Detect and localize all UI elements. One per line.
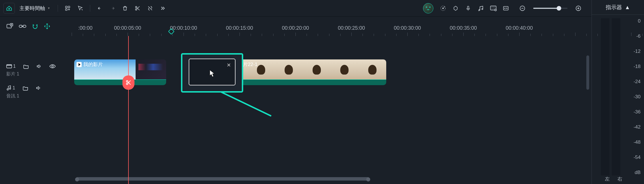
magnet-icon[interactable] (32, 23, 38, 29)
visibility-icon[interactable] (49, 64, 56, 69)
ruler-timecode: 00:00:35:00 (450, 25, 477, 31)
meter-scale-value: -6 (628, 33, 641, 39)
add-track-icon[interactable] (6, 23, 13, 29)
meters-panel: 指示器 ▲ 左 右 0-6-12-18-24-30-36-42-48-54dB (591, 0, 644, 184)
folder-icon[interactable] (23, 64, 29, 69)
more-icon[interactable] (157, 3, 168, 14)
unlink-icon[interactable] (144, 3, 156, 14)
close-icon[interactable]: ✕ (227, 62, 231, 68)
ruler-timecode: 00:00:10:00 (170, 25, 197, 31)
zoom-slider[interactable] (533, 8, 567, 9)
svg-point-5 (135, 9, 137, 10)
ruler-timecode: 00:00:25:00 (338, 25, 365, 31)
svg-point-0 (9, 8, 10, 9)
delete-icon[interactable] (119, 3, 131, 14)
meter-scale-value: -24 (628, 79, 641, 85)
svg-point-4 (135, 6, 137, 8)
video-lane[interactable]: 我的影片 我的影片22-1 (74, 59, 591, 88)
video-track-index: 1 (13, 64, 16, 69)
scissors-icon[interactable] (132, 3, 143, 14)
svg-point-10 (482, 8, 483, 9)
svg-rect-3 (65, 9, 67, 10)
ruler-timecode: 00:00:15:00 (226, 25, 253, 31)
cursor-icon[interactable] (75, 3, 86, 14)
timeline-label-text: 主要時間軸 (19, 5, 45, 12)
speaker-icon[interactable] (36, 85, 41, 91)
audio-meters: 左 右 (601, 18, 626, 184)
transition-clip[interactable]: ✕ (181, 53, 243, 93)
link-icon[interactable] (19, 24, 26, 29)
meter-scale-value: dB (628, 170, 641, 175)
meter-right (612, 18, 620, 175)
ruler-origin: :00:00 (78, 25, 92, 31)
zoom-in-icon[interactable] (573, 3, 584, 14)
track-headers: 1 影片 1 (0, 36, 74, 184)
meter-scale-value: -42 (628, 124, 641, 130)
split-button[interactable] (122, 75, 134, 90)
meters-header[interactable]: 指示器 ▲ (592, 0, 644, 15)
ai-assistant-icon[interactable] (423, 3, 433, 13)
jog-icon[interactable] (437, 3, 449, 14)
speaker-icon[interactable] (36, 64, 42, 69)
meter-left (601, 18, 609, 175)
meter-scale-value: -48 (628, 139, 641, 145)
meter-scale-value: -12 (628, 49, 641, 54)
video-clip-1[interactable]: 我的影片 (74, 59, 166, 85)
video-track-header: 1 影片 1 (0, 59, 74, 81)
meter-right-label: 右 (617, 176, 622, 182)
timeline-ruler[interactable]: :00:00 00:00:05:0000:00:10:0000:00:15:00… (74, 17, 591, 36)
marker-icon[interactable] (450, 3, 461, 14)
undo-icon[interactable] (94, 3, 106, 14)
meter-scale-value: -30 (628, 94, 641, 100)
svg-point-22 (7, 89, 9, 90)
svg-rect-13 (504, 6, 508, 10)
ruler-tools (0, 17, 74, 36)
vertical-scrollbar[interactable] (586, 55, 589, 90)
ruler-timecode: 00:00:40:00 (506, 25, 533, 31)
audio-track-header: 1 音訊 1 (0, 81, 74, 103)
clip1-label: 我的影片 (83, 61, 103, 68)
redo-icon[interactable] (107, 3, 118, 14)
chevron-down-icon: ▼ (47, 7, 50, 10)
separator (90, 5, 90, 12)
video-clip-2[interactable]: 我的影片22-1 (219, 59, 386, 85)
svg-point-25 (126, 81, 128, 82)
apps-icon[interactable] (62, 3, 73, 14)
zoom-out-icon[interactable] (517, 3, 528, 14)
video-track-icon[interactable]: 1 (6, 64, 16, 69)
audio-track-icon[interactable]: 1 (6, 85, 15, 91)
meter-scale-value: 0 (628, 18, 641, 24)
svg-rect-1 (65, 6, 67, 8)
cursor-icon (209, 69, 215, 77)
timeline-dropdown[interactable]: 主要時間軸 ▼ (16, 3, 54, 14)
ruler-timecode: 00:00:30:00 (394, 25, 421, 31)
meter-left-label: 左 (605, 176, 610, 182)
separator (58, 5, 58, 12)
svg-point-12 (495, 9, 496, 11)
svg-point-21 (52, 65, 53, 67)
music-icon[interactable] (475, 3, 486, 14)
mixer-icon[interactable] (488, 3, 499, 14)
audio-lane[interactable] (74, 88, 591, 110)
ruler-timecode: 00:00:05:00 (114, 25, 141, 31)
audio-track-label: 音訊 1 (6, 93, 74, 99)
home-icon[interactable] (3, 3, 15, 14)
meters-title: 指示器 (606, 4, 622, 11)
audio-track-index: 1 (13, 85, 15, 91)
timeline-lanes[interactable]: 我的影片 我的影片22-1 (74, 36, 591, 184)
triangle-up-icon: ▲ (625, 4, 630, 11)
fit-width-icon[interactable] (500, 3, 512, 14)
toolbar: 主要時間軸 ▼ (0, 0, 591, 17)
snap-icon[interactable] (44, 23, 50, 29)
ruler-timecode: 00:00:20:00 (282, 25, 309, 31)
play-badge-icon (77, 62, 82, 67)
meter-scale-value: -18 (628, 64, 641, 69)
svg-rect-2 (68, 6, 70, 8)
mic-icon[interactable] (462, 3, 474, 14)
svg-point-26 (126, 83, 128, 85)
horizontal-scrollbar[interactable] (74, 177, 583, 181)
folder-icon[interactable] (23, 85, 28, 91)
video-track-label: 影片 1 (6, 71, 74, 77)
svg-point-6 (442, 8, 444, 9)
zoom-control (517, 3, 584, 14)
